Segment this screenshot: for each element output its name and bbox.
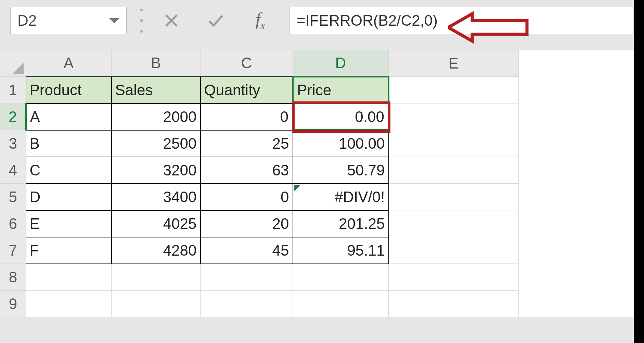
cell-C8[interactable] <box>201 264 293 291</box>
name-box-dropdown-icon[interactable] <box>109 17 119 24</box>
cell-E5[interactable] <box>389 184 519 210</box>
cell-E3[interactable] <box>389 130 519 157</box>
cell-B8[interactable] <box>112 264 201 291</box>
row-header-8[interactable]: 8 <box>0 264 26 291</box>
resize-grip-icon[interactable] <box>140 9 142 33</box>
cancel-formula-button[interactable] <box>156 7 187 34</box>
cell-D5[interactable]: #DIV/0! <box>293 184 389 210</box>
cell-C9[interactable] <box>201 291 293 317</box>
row-header-4[interactable]: 4 <box>0 157 26 184</box>
row-header-1[interactable]: 1 <box>0 77 26 103</box>
row-header-7[interactable]: 7 <box>0 237 26 264</box>
cell-A7[interactable]: F <box>26 237 112 264</box>
spreadsheet-grid: A B C D E 1 Product Sales Quantity Price… <box>0 50 644 317</box>
cell-A8[interactable] <box>26 264 112 291</box>
cell-C6[interactable]: 20 <box>201 210 293 237</box>
row-header-3[interactable]: 3 <box>0 130 26 157</box>
row-header-6[interactable]: 6 <box>0 210 26 237</box>
column-header-D[interactable]: D <box>293 50 389 77</box>
cell-A5[interactable]: D <box>26 184 112 210</box>
cell-C3[interactable]: 25 <box>201 130 293 157</box>
cell-B9[interactable] <box>112 291 201 317</box>
cell-A6[interactable]: E <box>26 210 112 237</box>
cell-C1[interactable]: Quantity <box>201 77 293 103</box>
cell-A9[interactable] <box>26 291 112 317</box>
cell-C7[interactable]: 45 <box>201 237 293 264</box>
cell-A3[interactable]: B <box>26 130 112 157</box>
cell-D6[interactable]: 201.25 <box>293 210 389 237</box>
svg-marker-0 <box>109 18 119 23</box>
cell-D1[interactable]: Price <box>293 77 389 103</box>
formula-text: =IFERROR(B2/C2,0) <box>297 12 438 29</box>
fx-icon: fx <box>256 9 266 32</box>
cell-A1[interactable]: Product <box>26 77 112 103</box>
column-header-C[interactable]: C <box>201 50 293 77</box>
cell-E2[interactable] <box>389 103 519 130</box>
cell-E1[interactable] <box>389 77 519 103</box>
enter-formula-button[interactable] <box>201 7 231 34</box>
cell-B5[interactable]: 3400 <box>112 184 201 210</box>
cell-B3[interactable]: 2500 <box>112 130 201 157</box>
formula-input[interactable]: =IFERROR(B2/C2,0) <box>289 7 634 34</box>
cell-D5-value: #DIV/0! <box>335 188 385 205</box>
cell-E9[interactable] <box>389 291 519 317</box>
cell-D9[interactable] <box>293 291 389 317</box>
cell-D7[interactable]: 95.11 <box>293 237 389 264</box>
cell-D4[interactable]: 50.79 <box>293 157 389 184</box>
row-header-2[interactable]: 2 <box>0 103 26 130</box>
cell-E6[interactable] <box>389 210 519 237</box>
cell-A4[interactable]: C <box>26 157 112 184</box>
name-box-value: D2 <box>17 12 37 29</box>
cell-B1[interactable]: Sales <box>112 77 201 103</box>
insert-function-button[interactable]: fx <box>245 7 276 34</box>
select-all-corner[interactable] <box>0 50 26 77</box>
row-header-9[interactable]: 9 <box>0 291 26 317</box>
cell-B4[interactable]: 3200 <box>112 157 201 184</box>
cell-E7[interactable] <box>389 237 519 264</box>
column-header-B[interactable]: B <box>112 50 201 77</box>
cell-C2[interactable]: 0 <box>201 103 293 130</box>
cell-E4[interactable] <box>389 157 519 184</box>
cell-E8[interactable] <box>389 264 519 291</box>
cell-B7[interactable]: 4280 <box>112 237 201 264</box>
formula-bar-area: D2 fx =IFERROR(B2/C2,0) <box>0 0 644 41</box>
error-indicator-icon[interactable] <box>294 185 301 192</box>
cell-D3[interactable]: 100.00 <box>293 130 389 157</box>
column-header-E[interactable]: E <box>389 50 519 77</box>
row-header-5[interactable]: 5 <box>0 184 26 210</box>
cell-A2[interactable]: A <box>26 103 112 130</box>
cell-B2[interactable]: 2000 <box>112 103 201 130</box>
cell-D8[interactable] <box>293 264 389 291</box>
cell-D2[interactable]: 0.00 <box>293 103 389 130</box>
cell-C4[interactable]: 63 <box>201 157 293 184</box>
right-edge-strip <box>634 0 644 343</box>
cell-C5[interactable]: 0 <box>201 184 293 210</box>
column-header-A[interactable]: A <box>26 50 112 77</box>
grid-table: A B C D E 1 Product Sales Quantity Price… <box>0 50 519 317</box>
cell-B6[interactable]: 4025 <box>112 210 201 237</box>
name-box[interactable]: D2 <box>10 7 127 34</box>
